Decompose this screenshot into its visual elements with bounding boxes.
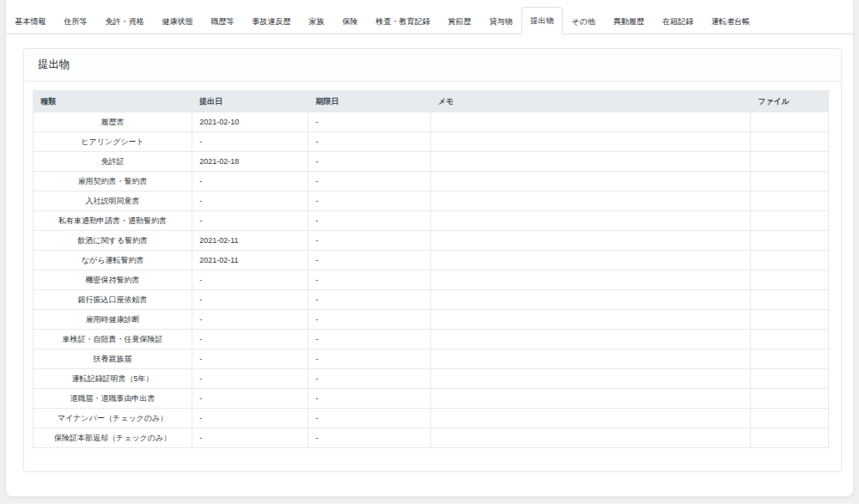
file-cell (751, 349, 829, 369)
table-row: 飲酒に関する誓約書 2021-02-11 - (34, 231, 829, 251)
card-title: 提出物 (24, 49, 841, 82)
file-cell (751, 389, 829, 409)
deadline-cell: - (308, 290, 431, 310)
file-cell (751, 369, 829, 389)
type-cell: 免許証 (34, 152, 192, 172)
submissions-table: 種類 提出日 期限日 メモ ファイル 履歴書 2021-02-10 - ヒアリン… (33, 90, 829, 448)
tab-item[interactable]: その他 (563, 8, 604, 34)
type-cell: 私有車通勤申請書・通勤誓約書 (34, 211, 192, 231)
type-cell: 退職届・退職事由申出書 (34, 389, 192, 409)
memo-cell (430, 231, 750, 251)
table-row: マイナンバー（チェックのみ） - - (34, 409, 829, 428)
card-body: 種類 提出日 期限日 メモ ファイル 履歴書 2021-02-10 - ヒアリン… (24, 82, 841, 471)
memo-cell (430, 172, 750, 191)
deadline-cell: - (308, 211, 431, 231)
table-row: ながら運転誓約書 2021-02-11 - (34, 251, 829, 270)
deadline-cell: - (308, 330, 431, 349)
file-cell (751, 231, 829, 251)
type-cell: 保険証本部返却（チェックのみ） (34, 428, 192, 448)
table-row: 機密保持誓約書 - - (34, 270, 829, 290)
type-cell: ながら運転誓約書 (34, 251, 192, 270)
table-row: 銀行振込口座依頼書 - - (34, 290, 829, 310)
memo-cell (430, 330, 750, 349)
table-row: ヒアリングシート - - (34, 132, 829, 152)
tab-item[interactable]: 検査・教育記録 (367, 8, 439, 34)
file-cell (751, 172, 829, 191)
type-cell: 銀行振込口座依頼書 (34, 290, 192, 310)
submitted-cell: 2021-02-18 (192, 152, 308, 172)
memo-cell (430, 211, 750, 231)
deadline-cell: - (308, 132, 431, 152)
memo-cell (430, 132, 750, 152)
deadline-cell: - (308, 428, 431, 448)
type-cell: マイナンバー（チェックのみ） (34, 409, 192, 428)
file-cell (751, 330, 829, 349)
type-cell: 飲酒に関する誓約書 (34, 231, 192, 251)
deadline-cell: - (308, 231, 431, 251)
type-cell: 機密保持誓約書 (34, 270, 192, 290)
memo-cell (430, 428, 750, 448)
tab-item[interactable]: 賞罰歴 (439, 8, 480, 34)
tab-item[interactable]: 免許・資格 (96, 8, 153, 34)
table-row: 保険証本部返却（チェックのみ） - - (34, 428, 829, 448)
file-cell (751, 251, 829, 270)
submissions-card: 提出物 種類 提出日 期限日 メモ ファイル 履歴書 2021-02-10 (23, 48, 842, 472)
deadline-cell: - (308, 409, 431, 428)
memo-cell (430, 251, 750, 270)
tab-item[interactable]: 職歴等 (202, 8, 243, 34)
tab-item[interactable]: 基本情報 (6, 8, 55, 34)
deadline-cell: - (308, 112, 431, 132)
submitted-cell: - (192, 290, 308, 310)
type-cell: 雇用契約書・誓約書 (34, 172, 192, 191)
file-cell (751, 211, 829, 231)
file-cell (751, 112, 829, 132)
tab-item[interactable]: 提出物 (521, 7, 563, 34)
submitted-cell: - (192, 310, 308, 330)
type-cell: 扶養親族届 (34, 349, 192, 369)
memo-cell (430, 290, 750, 310)
table-row: 私有車通勤申請書・通勤誓約書 - - (34, 211, 829, 231)
type-cell: 車検証・自賠責・任意保険証 (34, 330, 192, 349)
tab-item[interactable]: 家族 (300, 8, 333, 34)
file-cell (751, 152, 829, 172)
table-row: 履歴書 2021-02-10 - (34, 112, 829, 132)
column-header-deadline: 期限日 (308, 91, 431, 112)
submitted-cell: - (192, 428, 308, 448)
submitted-cell: 2021-02-10 (192, 112, 308, 132)
file-cell (751, 310, 829, 330)
tab-item[interactable]: 貸与物 (480, 8, 521, 34)
type-cell: 運転記録証明書（5年） (34, 369, 192, 389)
deadline-cell: - (308, 389, 431, 409)
tab-item[interactable]: 在籍記録 (653, 8, 702, 34)
table-row: 運転記録証明書（5年） - - (34, 369, 829, 389)
column-header-file: ファイル (751, 91, 829, 112)
deadline-cell: - (308, 369, 431, 389)
column-header-type: 種類 (34, 91, 192, 112)
submitted-cell: - (192, 330, 308, 349)
type-cell: 履歴書 (34, 112, 192, 132)
type-cell: 雇用時健康診断 (34, 310, 192, 330)
table-row: 免許証 2021-02-18 - (34, 152, 829, 172)
memo-cell (430, 409, 750, 428)
tab-item[interactable]: 異動履歴 (604, 8, 653, 34)
main-panel: 基本情報 住所等 免許・資格 健康状態 職歴等 事故違反歴 家族 保険 検査・教… (5, 0, 854, 497)
submitted-cell: - (192, 409, 308, 428)
deadline-cell: - (308, 172, 431, 191)
submitted-cell: - (192, 172, 308, 191)
table-row: 雇用契約書・誓約書 - - (34, 172, 829, 191)
deadline-cell: - (308, 152, 431, 172)
file-cell (751, 409, 829, 428)
tab-item[interactable]: 健康状態 (153, 8, 202, 34)
table-header-row: 種類 提出日 期限日 メモ ファイル (34, 91, 829, 112)
submitted-cell: 2021-02-11 (192, 231, 308, 251)
deadline-cell: - (308, 191, 431, 211)
submitted-cell: - (192, 389, 308, 409)
tab-item[interactable]: 住所等 (55, 8, 96, 34)
memo-cell (430, 349, 750, 369)
tab-item[interactable]: 保険 (333, 8, 367, 34)
file-cell (751, 428, 829, 448)
deadline-cell: - (308, 310, 431, 330)
tab-item[interactable]: 運転者台帳 (702, 8, 758, 34)
tab-item[interactable]: 事故違反歴 (243, 8, 300, 34)
submitted-cell: - (192, 132, 308, 152)
